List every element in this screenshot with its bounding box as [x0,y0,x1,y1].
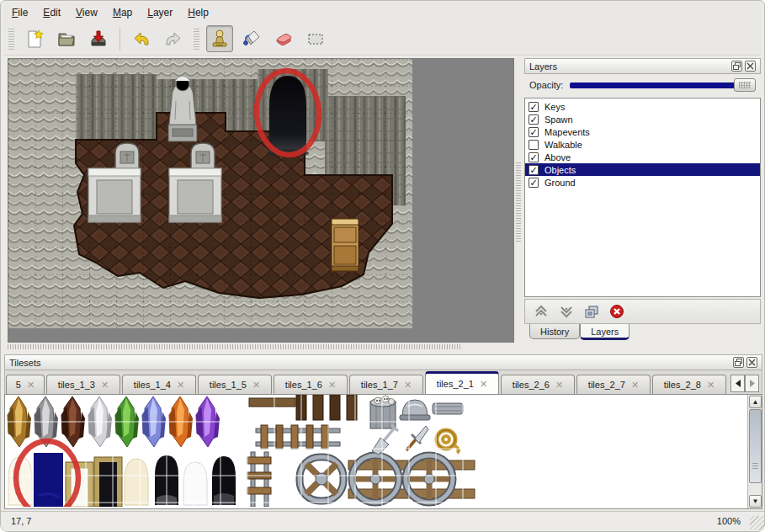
tab-label: tiles_2_8 [664,380,701,390]
tab-close-icon[interactable]: ✕ [555,380,563,391]
new-file-icon [24,28,45,50]
layer-name: Objects [545,165,576,175]
tab-label: tiles_2_6 [513,380,550,390]
tab-close-icon[interactable]: ✕ [328,380,336,391]
close-panel-button[interactable] [746,357,757,368]
scroll-tabs-right-button[interactable] [745,375,759,392]
scrollbar-thumb[interactable] [749,409,762,483]
tab-label: tiles_1_4 [134,380,171,390]
menu-bar: FileEditViewMapLayerHelp [4,3,761,22]
tileset-tab-tiles_1_3[interactable]: tiles_1_3✕ [46,375,120,394]
dock-tab-layers[interactable]: Layers [580,324,630,340]
opacity-slider-track[interactable] [570,82,754,88]
menu-help[interactable]: Help [180,4,216,21]
duplicate-layer-button[interactable] [582,302,601,321]
eraser-tool-button[interactable] [270,25,297,52]
metal-bar-tile[interactable] [433,403,463,414]
toolbar [4,22,761,56]
tileset-tab-tiles_2_6[interactable]: tiles_2_6✕ [501,375,575,394]
save-button[interactable] [85,25,112,52]
arrow-right-icon [749,380,756,387]
layer-visibility-checkbox[interactable]: ✓ [529,114,539,125]
selected-tile-highlight[interactable] [34,453,63,507]
tab-close-icon[interactable]: ✕ [480,379,487,390]
barrel-of-skulls-tile[interactable] [370,396,396,428]
layer-buttons-bar [524,299,761,324]
move-layer-up-button[interactable] [532,302,550,321]
eraser-tool-icon [273,28,295,50]
tilesets-panel: Tilesets 5✕tiles_1_3✕tiles_1_4✕tiles_1_5… [4,354,762,509]
scroll-up-button[interactable]: ▲ [749,396,762,408]
delete-layer-button[interactable] [608,302,626,321]
toolbar-separator [120,27,120,51]
tab-label: tiles_2_7 [588,380,625,390]
tileset-tab-tiles_1_5[interactable]: tiles_1_5✕ [198,375,272,394]
tab-close-icon[interactable]: ✕ [707,380,715,391]
stone-altar-left [88,168,141,222]
menu-file[interactable]: File [4,4,35,21]
map-right-splitter-grip[interactable] [516,161,521,242]
undo-button[interactable] [128,25,155,52]
menu-layer[interactable]: Layer [140,4,180,21]
layer-row-ground[interactable]: ✓Ground [525,176,760,189]
menu-edit[interactable]: Edit [35,4,68,21]
cursor-coordinates: 17, 7 [11,516,31,526]
layer-visibility-checkbox[interactable]: ✓ [529,178,539,188]
layer-visibility-checkbox[interactable]: ✓ [529,102,539,112]
window-resize-grip[interactable] [750,516,764,530]
tileset-tab-tiles_1_7[interactable]: tiles_1_7✕ [349,375,423,394]
open-folder-icon [56,28,77,50]
map-canvas[interactable] [8,58,514,343]
open-file-button[interactable] [53,25,80,52]
scroll-down-button[interactable]: ▼ [749,495,762,508]
stamp-tool-button[interactable] [206,25,233,52]
layer-row-objects[interactable]: ✓Objects [525,163,760,176]
layer-row-above[interactable]: ✓Above [525,151,760,163]
rect-select-tool-button[interactable] [302,25,329,52]
tileset-tab-tiles_1_6[interactable]: tiles_1_6✕ [274,375,348,394]
new-file-button[interactable] [21,25,48,52]
map-bottom-splitter-grip[interactable] [8,344,462,349]
toolbar-grip[interactable] [194,28,199,50]
tab-close-icon[interactable]: ✕ [177,380,184,391]
tileset-content[interactable]: ▲ ▼ [4,394,762,509]
fill-tool-button[interactable] [238,25,265,52]
redo-icon [162,28,184,50]
float-panel-button[interactable] [731,61,742,72]
toolbar-grip[interactable] [8,28,14,50]
layer-name: Above [545,152,571,162]
layer-visibility-checkbox[interactable]: ✓ [529,152,539,162]
layer-row-walkable[interactable]: Walkable [525,138,760,151]
scroll-tabs-left-button[interactable] [730,375,745,392]
tab-close-icon[interactable]: ✕ [101,380,109,391]
menu-view[interactable]: View [68,4,105,21]
layer-visibility-checkbox[interactable]: ✓ [529,127,539,137]
tileset-tab-tiles_1_4[interactable]: tiles_1_4✕ [122,375,196,394]
zoom-level: 100% [717,516,741,526]
redo-button[interactable] [160,25,187,52]
tab-close-icon[interactable]: ✕ [27,380,35,391]
tab-close-icon[interactable]: ✕ [404,380,412,391]
layer-visibility-checkbox[interactable]: ✓ [529,165,539,175]
tab-label: tiles_1_3 [58,380,95,390]
layer-row-spawn[interactable]: ✓Spawn [525,113,760,125]
layer-row-keys[interactable]: ✓Keys [525,100,760,113]
duplicate-icon [584,304,599,319]
tileset-tab-tiles_2_1[interactable]: tiles_2_1✕ [425,371,499,394]
opacity-slider[interactable] [570,78,756,92]
layer-name: Walkable [545,140,582,150]
tileset-scrollbar[interactable]: ▲ ▼ [747,395,762,508]
dock-tab-history[interactable]: History [529,324,580,339]
opacity-slider-handle[interactable] [734,78,756,92]
tab-close-icon[interactable]: ✕ [252,380,260,391]
float-panel-button[interactable] [733,357,744,368]
layer-visibility-checkbox[interactable] [529,140,539,150]
tileset-tab-tiles_2_8[interactable]: tiles_2_8✕ [652,375,726,394]
tileset-tab-tiles_2_7[interactable]: tiles_2_7✕ [576,375,651,394]
move-layer-down-button[interactable] [557,302,576,321]
tab-close-icon[interactable]: ✕ [631,380,639,391]
menu-map[interactable]: Map [105,4,140,21]
close-panel-button[interactable] [745,61,756,72]
layer-row-mapevents[interactable]: ✓Mapevents [525,125,760,138]
tileset-tab-5[interactable]: 5✕ [6,375,45,394]
